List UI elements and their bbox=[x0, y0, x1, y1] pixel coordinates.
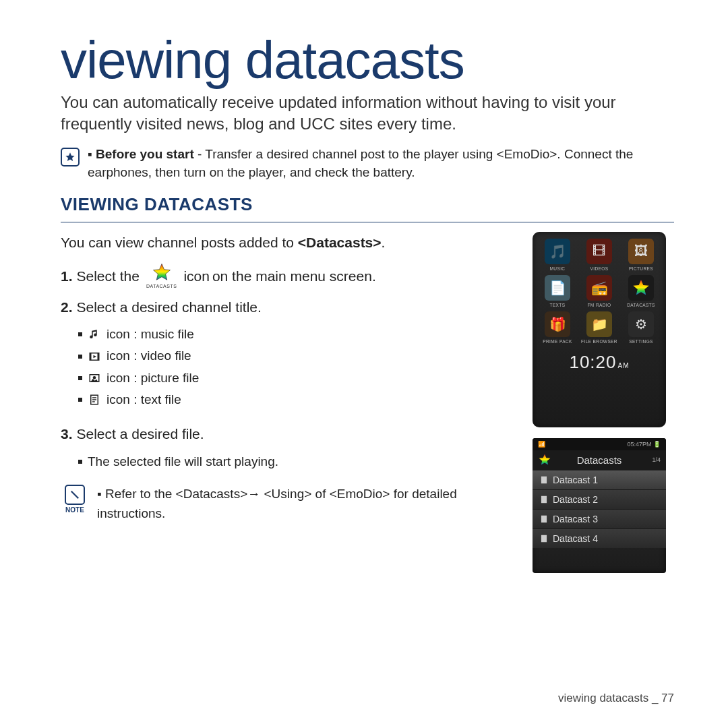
file-icon bbox=[539, 475, 549, 485]
rss-icon: 📶 bbox=[538, 441, 545, 448]
list-item-label: Datacast 2 bbox=[553, 494, 598, 505]
menu-fmradio[interactable]: 📻FM RADIO bbox=[580, 275, 619, 307]
before-you-start-text: ▪ Before you start - Transfer a desired … bbox=[88, 145, 674, 182]
bullet-icon bbox=[78, 376, 82, 380]
device-list-count: 1/4 bbox=[652, 456, 661, 463]
list-item[interactable]: Datacast 2 bbox=[533, 489, 666, 509]
section-intro-bold: <Datacasts> bbox=[298, 235, 382, 250]
texts-app-icon: 📄 bbox=[545, 275, 570, 301]
clock-time: 10:20 bbox=[569, 352, 616, 372]
device-status-bar: 📶 05:47PM 🔋 bbox=[533, 438, 666, 450]
step-2-number: 2. bbox=[61, 296, 73, 319]
menu-primepack[interactable]: 🎁PRIME PACK bbox=[538, 311, 577, 344]
before-you-start-block: ▪ Before you start - Transfer a desired … bbox=[61, 145, 674, 182]
bullet-icon bbox=[78, 460, 82, 464]
videos-app-icon: 🎞 bbox=[586, 239, 612, 264]
note-badge-icon bbox=[65, 485, 85, 505]
settings-app-icon: ⚙ bbox=[628, 311, 654, 337]
legend-picture-label: icon : picture file bbox=[107, 367, 199, 389]
svg-rect-15 bbox=[541, 477, 547, 484]
bullet-icon bbox=[78, 355, 82, 359]
video-icon bbox=[88, 350, 101, 363]
note-caption: NOTE bbox=[65, 506, 84, 514]
menu-music-label: MUSIC bbox=[550, 266, 566, 271]
menu-primepack-label: PRIME PACK bbox=[543, 339, 572, 344]
datacasts-app-icon bbox=[628, 275, 654, 301]
list-item[interactable]: Datacast 3 bbox=[533, 509, 666, 528]
svg-marker-1 bbox=[153, 264, 170, 280]
note-text-content: Refer to the <Datacasts>→ <Using> of <Em… bbox=[97, 487, 457, 520]
device-main-menu: 🎵MUSIC 🎞VIDEOS 🖼PICTURES 📄TEXTS 📻FM RADI… bbox=[533, 232, 666, 427]
menu-texts-label: TEXTS bbox=[550, 303, 566, 307]
step-1: 1. Select the DATACASTS icon on the main… bbox=[61, 262, 518, 290]
menu-filebrowser[interactable]: 📁FILE BROWSER bbox=[580, 311, 619, 344]
datacasts-inline-caption: DATACASTS bbox=[146, 282, 177, 290]
step-1-number: 1. bbox=[61, 265, 73, 288]
svg-marker-5 bbox=[94, 355, 97, 358]
step-1-pre: Select the bbox=[77, 265, 140, 288]
page-title: viewing datacasts bbox=[61, 34, 674, 86]
music-app-icon: 🎵 bbox=[545, 239, 570, 264]
note-text: ▪ Refer to the <Datacasts>→ <Using> of <… bbox=[97, 485, 518, 523]
legend-text-label: icon : text file bbox=[107, 389, 181, 411]
step-3-sub-text: The selected file will start playing. bbox=[88, 451, 278, 473]
step-3-sublist: The selected file will start playing. bbox=[78, 451, 518, 473]
step-3-number: 3. bbox=[61, 423, 73, 446]
menu-filebrowser-label: FILE BROWSER bbox=[581, 339, 617, 344]
picture-icon bbox=[88, 371, 101, 385]
pictures-app-icon: 🖼 bbox=[628, 239, 654, 264]
menu-datacasts-label: DATACASTS bbox=[627, 303, 655, 307]
svg-point-7 bbox=[93, 376, 96, 380]
menu-datacasts[interactable]: DATACASTS bbox=[621, 275, 661, 307]
svg-rect-17 bbox=[541, 516, 547, 523]
legend-video-label: icon : video file bbox=[107, 345, 191, 367]
bullet-icon bbox=[78, 398, 82, 402]
menu-pictures[interactable]: 🖼PICTURES bbox=[621, 239, 661, 271]
step-2-text: Select a desired channel title. bbox=[77, 296, 262, 319]
datacasts-star-icon bbox=[538, 453, 551, 466]
device-list-header: Datacasts 1/4 bbox=[533, 450, 666, 470]
music-icon bbox=[88, 328, 101, 341]
legend-picture: icon : picture file bbox=[78, 367, 518, 389]
section-intro-post: . bbox=[382, 235, 386, 250]
intro-text: You can automatically receive updated in… bbox=[61, 92, 674, 135]
file-icon bbox=[539, 495, 549, 504]
svg-rect-16 bbox=[541, 496, 547, 504]
filebrowser-app-icon: 📁 bbox=[586, 311, 612, 337]
legend-music: icon : music file bbox=[78, 324, 518, 345]
menu-settings[interactable]: ⚙SETTINGS bbox=[621, 311, 661, 344]
step-1-bold: icon bbox=[183, 265, 210, 288]
section-intro: You can view channel posts added to <Dat… bbox=[61, 232, 518, 253]
svg-marker-14 bbox=[539, 454, 551, 465]
menu-settings-label: SETTINGS bbox=[629, 339, 653, 344]
file-icon bbox=[539, 514, 549, 524]
step-2: 2. Select a desired channel title. bbox=[61, 296, 518, 319]
svg-rect-3 bbox=[90, 353, 91, 360]
section-rule bbox=[61, 222, 674, 222]
svg-marker-0 bbox=[65, 152, 74, 161]
clock-ampm: AM bbox=[618, 362, 630, 369]
list-item-label: Datacast 1 bbox=[553, 475, 598, 485]
step-3-subitem: The selected file will start playing. bbox=[78, 451, 518, 473]
menu-videos[interactable]: 🎞VIDEOS bbox=[580, 239, 619, 271]
legend-text: icon : text file bbox=[78, 389, 518, 411]
bullet-icon bbox=[78, 332, 82, 336]
list-item[interactable]: Datacast 1 bbox=[533, 470, 666, 489]
star-badge-icon bbox=[61, 148, 80, 166]
list-item[interactable]: Datacast 4 bbox=[533, 528, 666, 548]
before-you-start-label: Before you start bbox=[96, 147, 194, 161]
menu-pictures-label: PICTURES bbox=[629, 266, 653, 271]
device-datacasts-list: 📶 05:47PM 🔋 Datacasts 1/4 Datacast 1 Dat… bbox=[533, 438, 666, 573]
legend-video: icon : video file bbox=[78, 345, 518, 367]
text-icon bbox=[88, 393, 101, 406]
menu-fmradio-label: FM RADIO bbox=[588, 303, 611, 307]
menu-texts[interactable]: 📄TEXTS bbox=[538, 275, 577, 307]
menu-music[interactable]: 🎵MUSIC bbox=[538, 239, 577, 271]
fmradio-app-icon: 📻 bbox=[586, 275, 612, 301]
svg-marker-13 bbox=[633, 280, 648, 295]
list-item-label: Datacast 3 bbox=[553, 514, 598, 524]
svg-rect-4 bbox=[98, 353, 99, 360]
step-3-text: Select a desired file. bbox=[77, 423, 204, 446]
file-icon bbox=[539, 534, 549, 543]
device-clock: 10:20AM bbox=[538, 352, 661, 373]
